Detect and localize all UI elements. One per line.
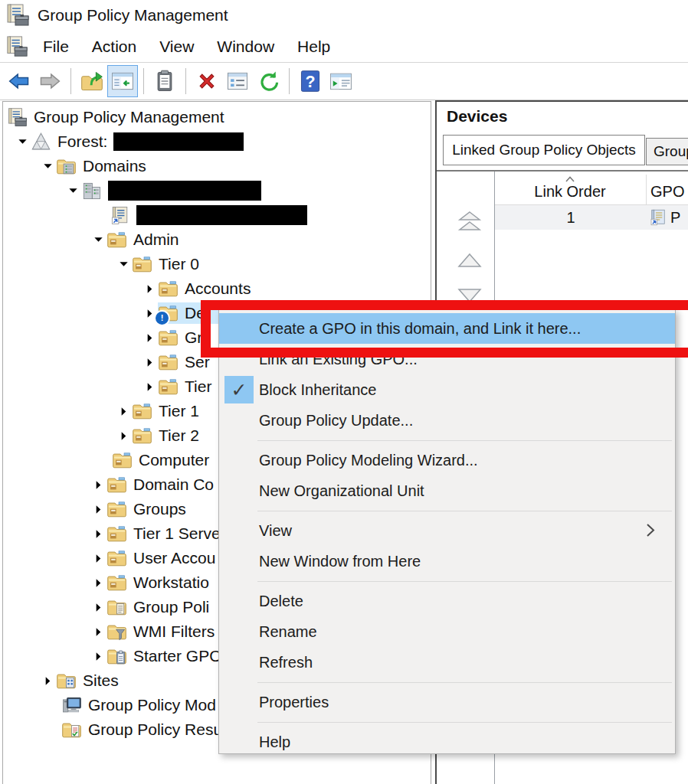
forest-icon [31,132,51,152]
menu-item-group-policy-update[interactable]: Group Policy Update... [219,405,675,436]
chevron-spacer [44,721,61,738]
chevron-right-icon[interactable] [90,574,106,591]
tab-group-policy-inheritance[interactable]: Group [646,138,688,165]
menu-item-new-window-from-here[interactable]: New Window from Here [219,546,675,577]
gpo-link-icon [110,205,130,226]
tree-item-gpo-link[interactable] [3,204,431,226]
toolbar-separator [185,68,186,94]
menu-bar: File Action View Window Help [0,31,688,62]
chevron-down-icon[interactable] [115,256,132,273]
tree-item-root[interactable]: Group Policy Management [3,106,431,128]
ou-icon [106,548,127,569]
ou-icon [106,230,127,250]
context-menu: Create a GPO in this domain, and Link it… [218,309,676,754]
move-to-top-icon [456,211,483,234]
chevron-right-icon[interactable] [141,354,158,371]
redaction-bar [108,181,261,201]
menu-view[interactable]: View [148,33,205,60]
link-order-cell: 1 [495,209,647,227]
column-header-link-order[interactable]: Link Order [494,183,646,201]
export-list-button[interactable] [326,65,356,97]
menu-item-create-gpo[interactable]: Create a GPO in this domain, and Link it… [219,313,675,344]
chevron-right-icon[interactable] [90,648,106,665]
menu-separator [257,511,672,511]
menu-item-view[interactable]: View [219,515,675,546]
menu-action[interactable]: Action [80,33,148,60]
ou-icon [132,254,152,275]
move-up-icon [456,252,483,269]
sort-ascending-icon [494,176,646,182]
clipboard-button[interactable] [149,65,180,97]
refresh-button[interactable] [253,65,283,97]
tree-item-tier0[interactable]: Tier 0 [3,253,431,275]
menu-item-block-inheritance[interactable]: ✓ Block Inheritance [219,374,675,405]
table-row[interactable]: 1 P [495,205,688,230]
column-header-gpo[interactable]: GPO [650,183,684,201]
chevron-spacer [44,697,61,714]
checkmark-icon: ✓ [224,376,254,403]
menu-separator [257,440,672,441]
chevron-right-icon[interactable] [115,427,132,444]
menu-separator [257,581,672,582]
chevron-down-icon[interactable] [64,182,81,199]
menu-item-rename[interactable]: Rename [219,616,675,647]
gpo-folder-icon [106,597,127,618]
tree-item-domain[interactable] [3,180,431,201]
chevron-right-icon[interactable] [90,599,106,616]
chevron-right-icon[interactable] [141,329,158,346]
sites-icon [56,671,77,691]
forward-button[interactable] [34,65,65,97]
results-pane-title: Devices [447,107,507,126]
menu-item-link-existing-gpo[interactable]: Link an Existing GPO... [219,344,675,374]
delete-button[interactable] [192,65,222,97]
chevron-right-icon[interactable] [141,280,158,297]
move-down-button[interactable] [455,287,484,304]
gpo-icon [649,208,667,227]
properties-button[interactable] [222,65,253,97]
tab-page-border [437,170,688,172]
chevron-right-icon[interactable] [39,672,56,689]
menu-help[interactable]: Help [286,33,342,60]
clipboard-icon [152,69,177,93]
forward-icon [38,69,62,93]
tree-item-domains[interactable]: Domains [3,155,431,177]
chevron-right-icon[interactable] [90,501,106,518]
show-console-tree-icon [110,69,135,93]
tree-item-accounts[interactable]: Accounts [3,278,431,299]
refresh-icon [256,69,280,93]
menu-item-properties[interactable]: Properties [219,687,675,717]
menu-item-help[interactable]: Help [219,727,675,757]
chevron-right-icon[interactable] [90,476,106,493]
chevron-right-icon[interactable] [90,623,106,640]
properties-icon [225,69,250,93]
app-icon [5,3,30,28]
chevron-right-icon[interactable] [115,403,132,420]
domains-icon [56,156,77,177]
menu-item-refresh[interactable]: Refresh [219,647,675,678]
gp-results-icon [61,720,82,740]
chevron-down-icon[interactable] [90,231,106,248]
app-icon-small [5,35,28,58]
chevron-right-icon[interactable] [90,525,106,542]
tab-linked-group-policy-objects[interactable]: Linked Group Policy Objects [443,135,645,165]
help-button[interactable] [295,65,326,97]
ou-icon [106,524,127,544]
chevron-down-icon[interactable] [39,158,56,175]
menu-item-delete[interactable]: Delete [219,586,675,616]
back-button[interactable] [4,65,34,97]
move-to-top-button[interactable] [455,211,484,234]
show-console-tree-button[interactable] [107,65,138,97]
menu-item-new-organizational-unit[interactable]: New Organizational Unit [219,475,675,506]
chevron-right-icon[interactable] [141,378,158,395]
chevron-right-icon[interactable] [90,550,106,567]
menu-window[interactable]: Window [205,33,286,60]
move-up-button[interactable] [455,252,484,269]
chevron-down-icon[interactable] [14,133,31,150]
domain-icon [81,181,102,201]
tree-item-admin[interactable]: Admin [3,229,431,250]
up-one-level-button[interactable] [77,65,107,97]
menu-file[interactable]: File [31,33,80,60]
ou-icon [112,450,133,471]
menu-item-gp-modeling-wizard[interactable]: Group Policy Modeling Wizard... [219,445,675,475]
tree-item-forest[interactable]: Forest: [3,131,431,152]
